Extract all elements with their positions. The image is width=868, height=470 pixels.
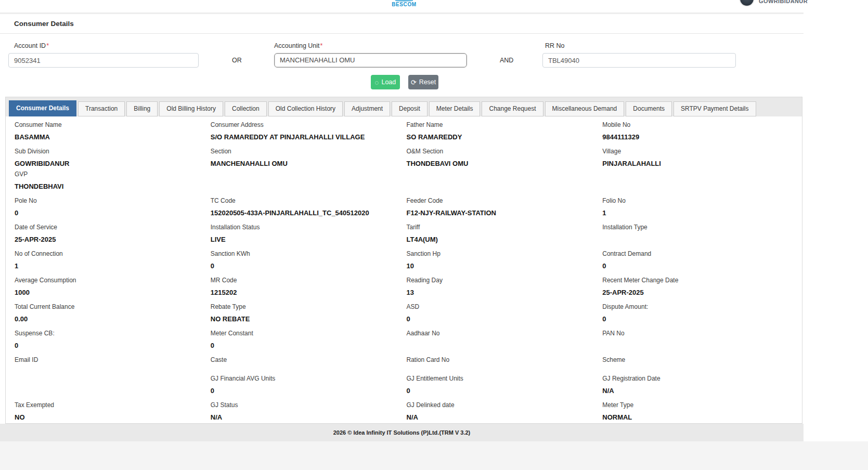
detail-value: 0 (15, 342, 205, 349)
footer-text: 2026 © Idea Infinity IT Solutions (P)Ltd… (0, 424, 804, 441)
detail-value: S/O RAMAREDDY AT PINJARLAHALLI VILLAGE (211, 133, 401, 141)
detail-value: 152020505-433A-PINJARLAHALLI_TC_54051202… (211, 209, 401, 217)
detail-label: Tax Exempted (15, 401, 205, 409)
reset-button-label: Reset (419, 79, 436, 86)
detail-value: 0 (15, 209, 205, 217)
detail-label: GJ Registration Date (602, 375, 793, 382)
detail-cell: PAN No (602, 330, 793, 349)
tab-item[interactable]: Miscellaneous Demand (545, 101, 625, 116)
detail-cell (15, 375, 205, 395)
detail-cell: Tariff LT4A(UM) (407, 224, 598, 243)
detail-label: PAN No (602, 330, 793, 337)
account-id-input[interactable] (8, 53, 199, 68)
detail-cell: ASD 0 (407, 303, 598, 323)
detail-cell: Contract Demand 0 (602, 250, 793, 270)
below-footer-area (0, 441, 868, 470)
detail-label: Pole No (15, 197, 205, 204)
detail-label: No of Connection (15, 250, 205, 257)
detail-cell: Consumer Address S/O RAMAREDDY AT PINJAR… (211, 121, 401, 141)
detail-label: GJ Status (211, 401, 401, 409)
detail-cell: GJ Status N/A (211, 401, 401, 421)
detail-label: Total Current Balance (15, 303, 205, 310)
detail-value: N/A (211, 413, 401, 421)
detail-label: GJ Delinked date (407, 401, 598, 409)
detail-cell: Average Consumption 1000 (15, 277, 205, 296)
app-viewport: BESCOM GOWRIBIDANUR Consumer Details Acc… (0, 0, 868, 470)
tab-item[interactable]: SRTPV Payment Details (673, 101, 756, 116)
detail-value: SO RAMAREDDY (407, 133, 598, 141)
detail-value: 0.00 (15, 315, 205, 323)
detail-value: 0 (602, 315, 793, 323)
user-avatar[interactable] (739, 0, 755, 7)
tab-item[interactable]: Old Collection History (268, 101, 343, 116)
tab-item[interactable]: Documents (626, 101, 672, 116)
detail-label: Folio No (602, 197, 793, 204)
details-grid: Consumer Name BASAMMA Consumer Address S… (6, 116, 802, 424)
detail-cell: Suspense CB: 0 (15, 330, 205, 349)
accounting-unit-label: Accounting Unit* (274, 42, 322, 49)
tab-bar: Consumer DetailsTransactionBillingOld Bi… (6, 97, 802, 116)
detail-label: Sub Division (15, 148, 205, 155)
detail-value: 1 (602, 209, 793, 217)
detail-cell: GJ Delinked date N/A (407, 401, 598, 421)
detail-label: Recent Meter Change Date (602, 277, 793, 284)
detail-label: ASD (407, 303, 598, 310)
rr-no-input[interactable] (542, 53, 736, 68)
username-label: GOWRIBIDANUR (759, 0, 808, 4)
required-asterisk: * (46, 42, 49, 49)
detail-cell: Meter Constant 0 (211, 330, 401, 349)
detail-label: Caste (211, 356, 401, 363)
tab-item[interactable]: Change Request (482, 101, 543, 116)
detail-cell: No of Connection 1 (15, 250, 205, 270)
load-button[interactable]: ◌ Load (371, 75, 400, 89)
rr-no-label: RR No (545, 42, 565, 49)
detail-label: Suspense CB: (15, 330, 205, 337)
detail-label: Meter Type (602, 401, 793, 409)
detail-label: Ration Card No (407, 356, 598, 363)
detail-label: Sanction KWh (211, 250, 401, 257)
detail-label: MR Code (211, 277, 401, 284)
detail-value: LIVE (211, 236, 401, 243)
detail-cell: Aadhaar No (407, 330, 598, 349)
tab-item[interactable]: Old Billing History (159, 101, 223, 116)
accounting-unit-label-text: Accounting Unit (274, 42, 320, 49)
detail-label: Father Name (407, 121, 598, 128)
tab-item[interactable]: Billing (126, 101, 158, 116)
detail-value: GOWRIBIDANUR (15, 160, 205, 167)
detail-label: Installation Type (602, 224, 793, 231)
reset-button[interactable]: ⟳ Reset (408, 75, 438, 89)
detail-label: TC Code (211, 197, 401, 204)
detail-cell: Date of Service 25-APR-2025 (15, 224, 205, 243)
accounting-unit-select[interactable]: MANCHENAHALLI OMU (274, 53, 467, 68)
spinner-icon: ◌ (375, 79, 379, 86)
detail-label: Consumer Name (15, 121, 205, 128)
detail-value: 13 (407, 289, 598, 296)
detail-value: 0 (211, 262, 401, 270)
detail-label: GJ Financial AVG Units (211, 375, 401, 382)
tab-item[interactable]: Consumer Details (9, 100, 76, 116)
tab-item[interactable]: Transaction (78, 101, 125, 116)
detail-value-line3: THONDEBHAVI (15, 182, 205, 190)
bescom-logo: BESCOM (383, 0, 425, 7)
detail-label: Scheme (602, 356, 793, 363)
detail-value: BASAMMA (15, 133, 205, 141)
consumer-details-card: Consumer DetailsTransactionBillingOld Bi… (5, 97, 802, 424)
tab-item[interactable]: Meter Details (429, 101, 481, 116)
tab-item[interactable]: Adjustment (344, 101, 390, 116)
detail-label: Tariff (407, 224, 598, 231)
detail-cell: Consumer Name BASAMMA (15, 121, 205, 141)
detail-cell: Mobile No 9844111329 (602, 121, 793, 141)
detail-cell: GJ Financial AVG Units 0 (211, 375, 401, 395)
tab-item[interactable]: Collection (225, 101, 267, 116)
tab-item[interactable]: Deposit (392, 101, 427, 116)
detail-cell: Installation Status LIVE (211, 224, 401, 243)
detail-label: Installation Status (211, 224, 401, 231)
detail-label: Village (602, 148, 793, 155)
detail-cell: Sanction Hp 10 (407, 250, 598, 270)
detail-value: 9844111329 (602, 133, 793, 141)
page-title-bar: Consumer Details (0, 14, 804, 34)
detail-cell: Sub Division GOWRIBIDANUR GVP THONDEBHAV… (15, 148, 205, 190)
detail-label: O&M Section (407, 148, 598, 155)
detail-cell: Email ID (15, 356, 205, 368)
detail-cell: TC Code 152020505-433A-PINJARLAHALLI_TC_… (211, 197, 401, 217)
